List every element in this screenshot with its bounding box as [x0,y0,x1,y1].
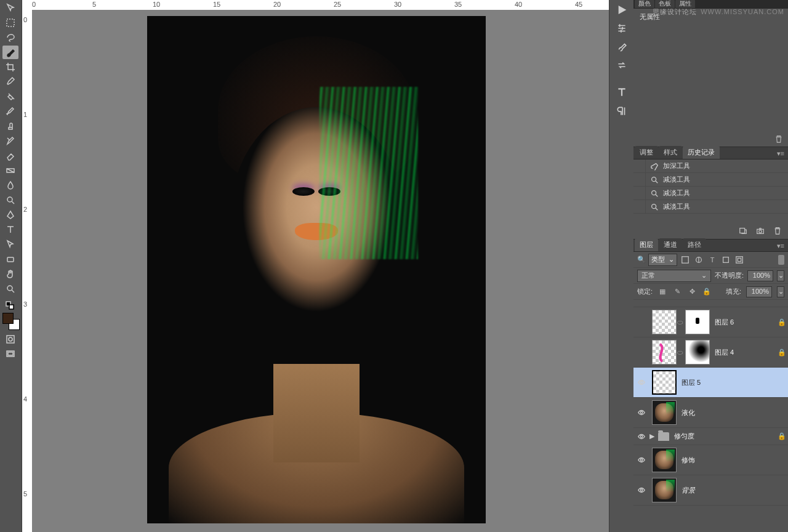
quick-mask-icon[interactable] [2,332,18,346]
canvas-area[interactable] [32,10,609,532]
blend-mode-dropdown[interactable]: 正常⌄ [637,270,711,282]
layer-row[interactable]: 图层 5 [633,368,788,398]
mask-thumbnail[interactable] [685,310,710,334]
lock-transparent-icon[interactable]: ▦ [657,287,667,297]
brush-tool[interactable] [2,46,18,59]
layer-thumbnail[interactable] [652,478,677,502]
tab-channels[interactable]: 通道 [659,238,682,251]
filter-adjust-icon[interactable] [693,254,704,265]
opacity-input[interactable]: 100% [747,270,773,281]
layers-list[interactable]: ⬭图层 6🔒⬭图层 4🔒图层 5液化▶修匀度🔒修饰背景 [633,300,788,532]
filter-pixel-icon[interactable] [680,254,691,265]
twisty-icon[interactable]: ▶ [649,432,656,440]
lasso-tool[interactable] [2,31,18,44]
visibility-toggle[interactable] [633,378,649,387]
layer-row[interactable] [633,300,788,307]
layer-row[interactable]: 液化 [633,398,788,428]
history-item[interactable]: 减淡工具 [633,187,788,200]
color-swatches[interactable] [2,313,20,330]
tab-styles[interactable]: 样式 [659,146,682,159]
trash-icon[interactable] [773,227,782,236]
rectangle-tool[interactable] [2,252,18,266]
layer-row[interactable]: 背景 [633,475,788,506]
gradient-tool[interactable] [2,164,18,177]
layer-name[interactable]: 修匀度 [674,432,776,441]
opacity-dropdown[interactable]: ⌄ [777,270,784,281]
camera-icon[interactable] [756,227,765,236]
layer-thumbnail[interactable] [652,370,677,395]
tab-swatch[interactable]: 色板 [655,0,675,8]
default-colors-icon[interactable] [2,302,18,310]
play-icon[interactable] [612,1,632,18]
layer-thumbnail[interactable] [652,400,677,425]
filter-smart-icon[interactable] [734,254,745,265]
flyout-icon[interactable]: ▾≡ [773,148,788,159]
healing-tool[interactable] [2,90,18,103]
history-snapshot-check[interactable] [633,159,646,172]
filter-toggle[interactable] [778,255,784,265]
link-icon[interactable]: ⬭ [677,349,683,357]
blur-tool[interactable] [2,179,18,192]
dodge-tool[interactable] [2,193,18,207]
history-brush-tool[interactable] [2,134,18,148]
eraser-tool[interactable] [2,149,18,163]
visibility-toggle[interactable] [633,432,649,441]
stamp-tool[interactable] [2,119,18,133]
foreground-color[interactable] [2,313,14,324]
crop-tool[interactable] [2,60,18,74]
search-icon[interactable]: 🔍 [637,256,646,264]
eyedropper-tool[interactable] [2,75,18,89]
visibility-toggle[interactable] [633,456,649,464]
tab-properties[interactable]: 属性 [675,0,695,8]
history-snapshot-check[interactable] [633,173,646,186]
fill-dropdown[interactable]: ⌄ [777,286,784,297]
brush-preset-icon[interactable] [612,38,632,55]
type-icon[interactable] [612,84,632,101]
tab-paths[interactable]: 路径 [683,238,706,251]
layer-thumbnail[interactable] [652,310,677,334]
paintbrush-tool[interactable] [2,105,18,118]
layer-row[interactable]: 修饰 [633,445,788,475]
layer-row[interactable]: ▶修匀度🔒 [633,428,788,445]
history-item[interactable]: 减淡工具 [633,200,788,214]
sliders-icon[interactable] [612,20,632,37]
mask-thumbnail[interactable] [685,340,710,365]
trash-icon[interactable] [774,135,783,145]
layer-thumbnail[interactable] [652,448,677,472]
swap-icon[interactable] [612,57,632,74]
layer-row[interactable]: ⬭图层 6🔒 [633,307,788,337]
layer-thumbnail[interactable] [652,340,677,365]
layer-name[interactable]: 液化 [681,408,788,417]
tab-color[interactable]: 颜色 [635,0,654,8]
layer-name[interactable]: 修饰 [681,456,788,465]
hand-tool[interactable] [2,267,18,281]
history-item[interactable]: 加深工具 [633,159,788,173]
paragraph-icon[interactable] [612,102,632,119]
link-icon[interactable]: ⬭ [677,318,683,326]
lock-paint-icon[interactable]: ✎ [672,287,682,297]
layer-name[interactable]: 图层 6 [715,318,776,327]
pen-tool[interactable] [2,208,18,222]
tab-adjustments[interactable]: 调整 [635,146,658,159]
layer-row[interactable]: ⬭图层 4🔒 [633,337,788,368]
filter-type-dropdown[interactable]: 类型 ⌄ [648,254,677,266]
history-snapshot-check[interactable] [633,200,646,213]
screen-mode-icon[interactable] [2,347,18,361]
document-canvas[interactable] [147,16,486,523]
filter-shape-icon[interactable] [720,254,731,265]
layer-name[interactable]: 背景 [681,486,788,495]
visibility-toggle[interactable] [633,408,649,417]
tab-history[interactable]: 历史记录 [683,146,720,159]
new-doc-icon[interactable] [739,227,747,236]
history-list[interactable]: 加深工具减淡工具减淡工具减淡工具 [633,159,788,224]
history-snapshot-check[interactable] [633,187,646,200]
marquee-tool[interactable] [2,16,18,30]
layer-name[interactable]: 图层 5 [681,378,788,387]
filter-type-icon[interactable]: T [707,254,718,265]
zoom-tool[interactable] [2,282,18,296]
flyout-icon[interactable]: ▾≡ [773,241,788,251]
lock-position-icon[interactable]: ✥ [687,287,697,297]
layer-name[interactable]: 图层 4 [715,348,776,357]
move-tool[interactable] [2,1,18,15]
lock-all-icon[interactable]: 🔒 [702,287,712,297]
